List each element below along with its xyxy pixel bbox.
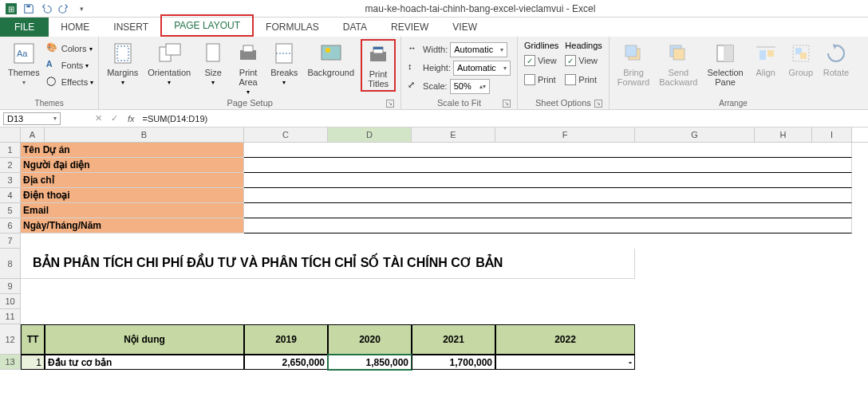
row-5[interactable]: 5 [0, 203, 21, 218]
themes-button[interactable]: Aa Themes ▾ [5, 39, 43, 88]
row-13[interactable]: 13 [0, 355, 21, 370]
cell-C6[interactable] [244, 218, 852, 233]
formula-input[interactable]: =SUM(D14:D19) [138, 113, 868, 124]
cell-h-nd[interactable]: Nội dung [45, 324, 244, 355]
formula-bar: D13▾ ✕ ✓ fx =SUM(D14:D19) [0, 110, 868, 128]
name-box[interactable]: D13▾ [3, 112, 61, 125]
cell-C2[interactable] [244, 158, 852, 173]
cell-C1[interactable] [244, 143, 852, 158]
background-icon [318, 41, 344, 66]
row-6[interactable]: 6 [0, 218, 21, 233]
cell-h-2019[interactable]: 2019 [244, 324, 328, 355]
cancel-formula-icon[interactable]: ✕ [91, 112, 105, 126]
cell-A3[interactable]: Địa chỉ [21, 173, 244, 188]
row-9[interactable]: 9 [0, 279, 21, 294]
cell-A5[interactable]: Email [21, 203, 244, 218]
row-1[interactable]: 1 [0, 143, 21, 158]
row-4[interactable]: 4 [0, 188, 21, 203]
cell-d-2019[interactable]: 2,650,000 [244, 355, 328, 370]
cell-title[interactable]: BẢN PHÂN TÍCH CHI PHÍ ĐẦU TƯ VÀ PHÂN TÍC… [21, 249, 635, 279]
theme-colors-button[interactable]: 🎨Colors▾ [46, 41, 93, 57]
height-combo[interactable]: Automatic▾ [453, 61, 511, 76]
cell-h-2020[interactable]: 2020 [328, 324, 412, 355]
cell-C4[interactable] [244, 188, 852, 203]
headings-print-checkbox[interactable]: Print [565, 71, 602, 88]
col-F[interactable]: F [495, 128, 635, 142]
spreadsheet-grid[interactable]: A B C D E F G H I 1 2 3 4 5 6 7 8 9 10 1… [0, 128, 868, 411]
save-icon[interactable] [21, 1, 37, 17]
tab-view[interactable]: VIEW [440, 18, 489, 37]
cell-C5[interactable] [244, 203, 852, 218]
redo-icon[interactable] [56, 1, 72, 17]
svg-rect-22 [673, 49, 685, 60]
row-3[interactable]: 3 [0, 173, 21, 188]
send-backward-button[interactable]: Send Backward [656, 39, 700, 88]
select-all-corner[interactable] [0, 128, 21, 142]
height-icon: ↕ [408, 61, 420, 74]
tab-formulas[interactable]: FORMULAS [254, 18, 331, 37]
headings-view-checkbox[interactable]: ✓View [565, 52, 602, 69]
enter-formula-icon[interactable]: ✓ [107, 112, 121, 126]
cell-h-2021[interactable]: 2021 [412, 324, 495, 355]
cell-d-tt[interactable]: 1 [21, 355, 45, 370]
qat-customize-icon[interactable]: ▾ [73, 1, 89, 17]
group-button[interactable]: Group [785, 39, 817, 79]
fx-icon[interactable]: fx [124, 114, 138, 124]
tab-page-layout[interactable]: PAGE LAYOUT [160, 14, 254, 37]
col-E[interactable]: E [412, 128, 495, 142]
gridlines-print-checkbox[interactable]: Print [524, 71, 558, 88]
row-2[interactable]: 2 [0, 158, 21, 173]
col-C[interactable]: C [244, 128, 328, 142]
print-titles-button[interactable]: Print Titles [361, 39, 396, 92]
col-B[interactable]: B [45, 128, 244, 142]
background-button[interactable]: Background [304, 39, 357, 79]
col-H[interactable]: H [755, 128, 812, 142]
cell-h-2022[interactable]: 2022 [495, 324, 635, 355]
bring-forward-button[interactable]: Bring Forward [614, 39, 653, 88]
gridlines-view-checkbox[interactable]: ✓View [524, 52, 558, 69]
col-G[interactable]: G [635, 128, 755, 142]
margins-button[interactable]: Margins▾ [104, 39, 141, 88]
scale-launcher-icon[interactable]: ↘ [503, 100, 511, 108]
size-button[interactable]: Size▾ [197, 39, 229, 88]
tab-review[interactable]: REVIEW [379, 18, 440, 37]
undo-icon[interactable] [38, 1, 54, 17]
row-7[interactable]: 7 [0, 233, 21, 249]
tab-file[interactable]: FILE [0, 18, 49, 37]
align-button[interactable]: Align [750, 39, 782, 79]
cell-A4[interactable]: Điện thoại [21, 188, 244, 203]
scale-spinner[interactable]: 50%▴▾ [450, 79, 490, 94]
row-12[interactable]: 12 [0, 324, 21, 355]
cell-h-tt[interactable]: TT [21, 324, 45, 355]
cell-d-2020[interactable]: 1,850,000 [328, 355, 412, 370]
cell-A6[interactable]: Ngày/Tháng/Năm [21, 218, 244, 233]
col-D[interactable]: D [328, 128, 412, 142]
svg-rect-5 [115, 44, 131, 63]
cell-d-nd[interactable]: Đầu tư cơ bản [45, 355, 244, 370]
tab-insert[interactable]: INSERT [101, 18, 160, 37]
tab-home[interactable]: HOME [49, 18, 101, 37]
cell-d-2022[interactable]: - [495, 355, 635, 370]
theme-effects-button[interactable]: ◯Effects▾ [46, 74, 93, 90]
row-11[interactable]: 11 [0, 309, 21, 324]
cell-C3[interactable] [244, 173, 852, 188]
row-10[interactable]: 10 [0, 294, 21, 309]
print-area-button[interactable]: Print Area▾ [232, 39, 264, 97]
row-8[interactable]: 8 [0, 249, 21, 279]
cell-d-2021[interactable]: 1,700,000 [412, 355, 495, 370]
excel-logo-icon: ⊞ [3, 1, 19, 17]
width-combo[interactable]: Automatic▾ [450, 42, 507, 57]
orientation-button[interactable]: Orientation▾ [144, 39, 194, 88]
rotate-button[interactable]: Rotate [820, 39, 852, 79]
cell-A1[interactable]: Tên Dự án [21, 143, 244, 158]
col-A[interactable]: A [21, 128, 45, 142]
selection-pane-button[interactable]: Selection Pane [704, 39, 746, 88]
breaks-button[interactable]: Breaks▾ [267, 39, 301, 88]
theme-fonts-button[interactable]: AFonts▾ [46, 57, 93, 73]
svg-rect-18 [373, 47, 383, 49]
tab-data[interactable]: DATA [331, 18, 379, 37]
col-I[interactable]: I [812, 128, 852, 142]
pagesetup-launcher-icon[interactable]: ↘ [386, 100, 394, 108]
sheet-launcher-icon[interactable]: ↘ [594, 100, 602, 108]
cell-A2[interactable]: Người đại diện [21, 158, 244, 173]
